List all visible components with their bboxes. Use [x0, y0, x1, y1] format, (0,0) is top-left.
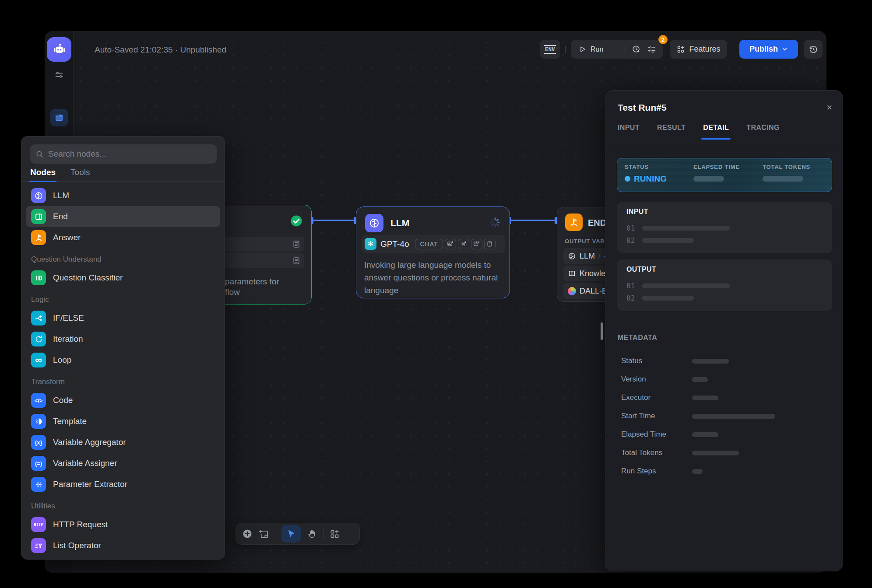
tab-tracing[interactable]: TRACING [746, 124, 780, 140]
document-icon [484, 239, 496, 249]
node-item-code[interactable]: </> Code [26, 390, 220, 411]
panel-resize-handle[interactable] [601, 322, 603, 340]
template-icon [31, 414, 46, 429]
tab-nodes[interactable]: Nodes [30, 164, 56, 181]
aggregator-icon: {x} [31, 435, 46, 450]
meta-skeleton [692, 432, 718, 437]
play-icon [579, 46, 586, 53]
meta-row-executor: Executor [621, 389, 831, 407]
meta-skeleton [692, 414, 775, 419]
model-selector[interactable]: ✻ GPT-4o CHAT [362, 235, 505, 253]
node-item-llm[interactable]: LLM [26, 185, 220, 206]
chevron-down-icon [781, 46, 788, 52]
meta-row-total-tokens: Total Tokens [621, 444, 831, 462]
close-icon[interactable]: × [826, 102, 832, 113]
test-run-panel: Test Run#5 × INPUT RESULT DETAIL TRACING… [605, 90, 843, 571]
dalle-icon [568, 287, 576, 295]
meta-row-status: Status [621, 352, 831, 371]
edge-start-llm [313, 220, 357, 221]
node-item-variable-assigner[interactable]: (=) Variable Assigner [26, 453, 220, 474]
features-button[interactable]: Features [670, 40, 727, 59]
env-icon: ENV [544, 45, 556, 54]
tab-tools[interactable]: Tools [70, 164, 90, 181]
status-label: STATUS [625, 164, 649, 170]
meta-row-start-time: Start Time [621, 407, 831, 426]
run-label: Run [591, 46, 603, 53]
input-card: INPUT 01 02 [617, 202, 832, 253]
llm-node[interactable]: LLM ✻ GPT-4o CHAT [356, 206, 510, 298]
input-skeleton [642, 226, 730, 231]
tab-input[interactable]: INPUT [618, 124, 640, 140]
status-dot [625, 176, 630, 182]
search-box[interactable] [30, 144, 217, 164]
flag-icon [31, 230, 46, 245]
canvas-toolbar [236, 523, 360, 545]
meta-skeleton [692, 377, 708, 382]
node-item-loop[interactable]: ∞ Loop [26, 350, 220, 371]
env-button[interactable]: ENV [540, 40, 560, 59]
add-note-button[interactable] [259, 529, 269, 539]
note-panel-button[interactable] [50, 109, 68, 126]
publish-button[interactable]: Publish [739, 40, 798, 59]
app-avatar[interactable] [47, 37, 71, 62]
publish-label: Publish [749, 45, 778, 54]
output-title: OUTPUT [626, 266, 656, 273]
meta-skeleton [692, 359, 729, 364]
llm-node-title: LLM [390, 218, 409, 228]
success-check-icon [290, 214, 303, 228]
node-item-ifelse[interactable]: IF/ELSE [26, 308, 220, 329]
add-node-button[interactable] [242, 528, 253, 539]
edge-llm-end [510, 220, 557, 221]
checklist-icon[interactable] [647, 45, 663, 54]
meta-skeleton [692, 451, 739, 455]
section-utilities: Utilities [26, 495, 220, 514]
pointer-tool-active[interactable] [281, 525, 301, 542]
organize-layout-button[interactable] [330, 529, 340, 539]
node-item-answer[interactable]: Answer [26, 227, 220, 248]
tab-result[interactable]: RESULT [657, 124, 686, 140]
toolbar-divider [323, 529, 323, 539]
video-icon [471, 239, 482, 249]
panel-tabs: Nodes Tools [21, 164, 225, 182]
features-label: Features [689, 45, 720, 54]
preferences-icon[interactable] [54, 70, 64, 80]
node-item-iteration[interactable]: Iteration [26, 329, 220, 350]
meta-skeleton [692, 469, 703, 474]
spinner-icon [489, 217, 501, 228]
meta-row-version: Version [621, 371, 831, 389]
node-item-question-classifier[interactable]: Question Classifier [26, 267, 220, 288]
tokens-skeleton [763, 176, 803, 182]
meta-row-run-steps: Run Steps [621, 462, 831, 481]
run-panel-tabs: INPUT RESULT DETAIL TRACING [618, 124, 780, 140]
elapsed-time-label: ELAPSED TIME [693, 164, 740, 170]
node-item-end[interactable]: End [26, 206, 220, 227]
search-input[interactable] [48, 149, 211, 159]
http-icon: HTTP [31, 517, 46, 532]
node-item-template[interactable]: Template [26, 411, 220, 432]
version-history-button[interactable] [804, 40, 823, 59]
start-node-description: parameters for flow [225, 276, 279, 298]
end-icon [31, 209, 46, 224]
run-history-clock-icon[interactable] [626, 45, 647, 54]
total-tokens-label: TOTAL TOKENS [763, 164, 810, 170]
node-item-list-operator[interactable]: List Operator [26, 535, 220, 556]
run-panel-title: Test Run#5 [618, 102, 667, 113]
tab-detail[interactable]: DETAIL [703, 124, 729, 140]
meta-skeleton [692, 396, 718, 400]
node-item-http-request[interactable]: HTTP HTTP Request [26, 514, 220, 535]
node-item-parameter-extractor[interactable]: Parameter Extractor [26, 474, 220, 495]
meta-row-elapsed-time: Elapsed Time [621, 426, 831, 444]
section-transform: Transform [26, 371, 220, 390]
node-search-panel: Nodes Tools LLM End [21, 136, 225, 560]
node-list: LLM End Answer Question Understand [21, 182, 225, 560]
node-item-variable-aggregator[interactable]: {x} Variable Aggregator [26, 432, 220, 453]
brain-icon [31, 188, 46, 203]
run-button[interactable]: Run [571, 46, 626, 53]
hand-tool[interactable] [307, 529, 317, 539]
assigner-icon: (=) [31, 456, 46, 471]
model-name: GPT-4o [380, 239, 409, 249]
tabs-divider [605, 146, 843, 146]
audio-icon [458, 239, 469, 249]
iteration-icon [31, 332, 46, 346]
llm-node-description: Invoking large language models to answer… [364, 259, 504, 297]
